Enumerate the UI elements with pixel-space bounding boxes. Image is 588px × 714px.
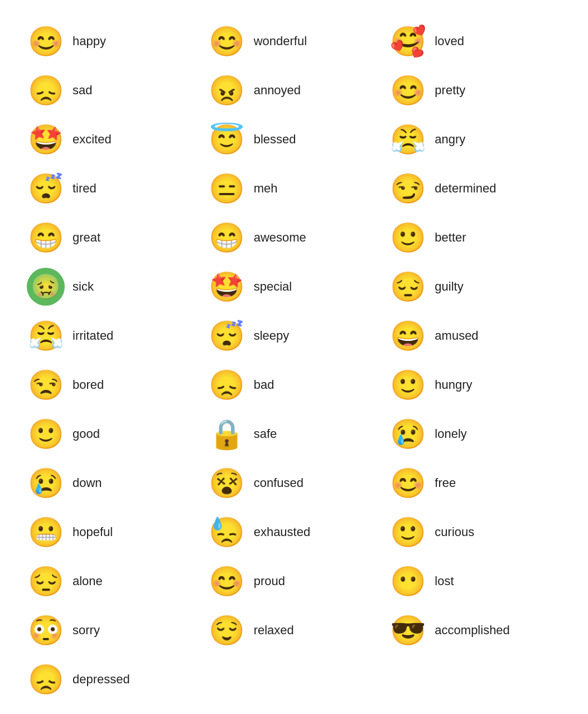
list-item[interactable]: 😓 exhausted — [204, 508, 385, 557]
list-item[interactable]: 🔒 safe — [204, 409, 385, 459]
down-label: down — [73, 476, 102, 490]
accomplished-label: accomplished — [435, 623, 510, 638]
list-item[interactable]: 😌 relaxed — [204, 606, 385, 655]
emotions-grid: 😊 happy 😞 sad 🤩 excited 😴 tired 😁 great … — [22, 17, 566, 704]
column-3: 🥰 loved 😊 pretty 😤 angry 😏 determined 🙂 … — [384, 17, 566, 704]
list-item[interactable]: 😒 bored — [22, 360, 204, 409]
good-label: good — [73, 427, 100, 441]
amused-label: amused — [435, 329, 478, 343]
angry-label: angry — [435, 132, 465, 147]
awesome-label: awesome — [254, 230, 306, 245]
relaxed-label: relaxed — [254, 623, 294, 638]
guilty-label: guilty — [435, 279, 463, 294]
confused-icon: 😵 — [208, 464, 246, 502]
list-item[interactable]: 🙂 good — [22, 409, 204, 459]
list-item[interactable]: 😊 happy — [22, 17, 204, 66]
list-item[interactable]: 🙂 curious — [384, 508, 566, 557]
sorry-label: sorry — [73, 623, 100, 638]
column-1: 😊 happy 😞 sad 🤩 excited 😴 tired 😁 great … — [22, 17, 204, 704]
down-icon: 😢 — [27, 464, 65, 502]
list-item[interactable]: 😤 angry — [384, 115, 566, 164]
list-item[interactable]: 😠 annoyed — [204, 66, 385, 115]
sleepy-icon: 😴 — [208, 317, 246, 355]
tired-icon: 😴 — [27, 170, 65, 208]
sick-icon: 🤢 — [27, 268, 65, 306]
list-item[interactable]: 😊 proud — [204, 557, 385, 606]
list-item[interactable]: 😢 down — [22, 459, 204, 508]
happy-label: happy — [73, 34, 106, 49]
awesome-icon: 😁 — [208, 219, 246, 257]
wonderful-label: wonderful — [254, 34, 307, 49]
special-label: special — [254, 279, 292, 294]
list-item[interactable]: 😑 meh — [204, 164, 385, 213]
determined-icon: 😏 — [389, 170, 427, 208]
list-item[interactable]: 😏 determined — [384, 164, 566, 213]
exhausted-icon: 😓 — [208, 513, 246, 551]
sad-label: sad — [73, 83, 92, 98]
guilty-icon: 😔 — [389, 268, 427, 306]
list-item[interactable]: 😊 wonderful — [204, 17, 385, 66]
blessed-label: blessed — [254, 132, 296, 147]
list-item[interactable]: 😎 accomplished — [384, 606, 566, 655]
sad-icon: 😞 — [27, 71, 65, 109]
safe-icon: 🔒 — [208, 415, 246, 453]
proud-label: proud — [254, 574, 285, 588]
list-item[interactable]: 😁 great — [22, 213, 204, 262]
lonely-icon: 😢 — [389, 415, 427, 453]
list-item[interactable]: 😴 sleepy — [204, 311, 385, 360]
list-item[interactable]: 🙂 better — [384, 213, 566, 262]
depressed-icon: 😞 — [27, 660, 65, 698]
list-item[interactable]: 🤢 sick — [22, 262, 204, 311]
pretty-icon: 😊 — [389, 71, 427, 109]
list-item[interactable]: 😊 free — [384, 459, 566, 508]
list-item[interactable]: 😢 lonely — [384, 409, 566, 459]
angry-icon: 😤 — [389, 120, 427, 158]
free-label: free — [435, 476, 456, 490]
list-item[interactable]: 😳 sorry — [22, 606, 204, 655]
bad-label: bad — [254, 378, 274, 392]
wonderful-icon: 😊 — [208, 22, 246, 60]
bad-icon: 😞 — [208, 366, 246, 404]
list-item[interactable]: 😵 confused — [204, 459, 385, 508]
list-item[interactable]: 🤩 excited — [22, 115, 204, 164]
better-icon: 🙂 — [389, 219, 427, 257]
alone-label: alone — [73, 574, 103, 588]
hopeful-icon: 😬 — [27, 513, 65, 551]
excited-label: excited — [73, 132, 112, 147]
list-item[interactable]: 🥰 loved — [384, 17, 566, 66]
list-item[interactable]: 😞 sad — [22, 66, 204, 115]
list-item[interactable]: 😔 alone — [22, 557, 204, 606]
list-item[interactable]: 🙂 hungry — [384, 360, 566, 409]
list-item[interactable]: 😴 tired — [22, 164, 204, 213]
column-2: 😊 wonderful 😠 annoyed 😇 blessed 😑 meh 😁 … — [204, 17, 385, 704]
depressed-label: depressed — [73, 672, 130, 687]
safe-label: safe — [254, 427, 277, 441]
list-item[interactable]: 😔 guilty — [384, 262, 566, 311]
sleepy-label: sleepy — [254, 329, 290, 343]
curious-label: curious — [435, 525, 474, 539]
bored-icon: 😒 — [27, 366, 65, 404]
list-item[interactable]: 🤩 special — [204, 262, 385, 311]
loved-icon: 🥰 — [389, 22, 427, 60]
exhausted-label: exhausted — [254, 525, 311, 539]
relaxed-icon: 😌 — [208, 611, 246, 649]
sick-label: sick — [73, 279, 94, 294]
lost-label: lost — [435, 574, 454, 588]
determined-label: determined — [435, 181, 496, 196]
annoyed-label: annoyed — [254, 83, 301, 98]
list-item[interactable]: 😤 irritated — [22, 311, 204, 360]
sorry-icon: 😳 — [27, 611, 65, 649]
list-item[interactable]: 😶 lost — [384, 557, 566, 606]
list-item[interactable]: 😊 pretty — [384, 66, 566, 115]
list-item[interactable]: 😄 amused — [384, 311, 566, 360]
list-item[interactable]: 😁 awesome — [204, 213, 385, 262]
list-item[interactable]: 😬 hopeful — [22, 508, 204, 557]
list-item[interactable]: 😇 blessed — [204, 115, 385, 164]
list-item[interactable]: 😞 depressed — [22, 655, 204, 704]
great-label: great — [73, 230, 100, 245]
list-item[interactable]: 😞 bad — [204, 360, 385, 409]
confused-label: confused — [254, 476, 303, 490]
good-icon: 🙂 — [27, 415, 65, 453]
happy-icon: 😊 — [27, 22, 65, 60]
blessed-icon: 😇 — [208, 120, 246, 158]
